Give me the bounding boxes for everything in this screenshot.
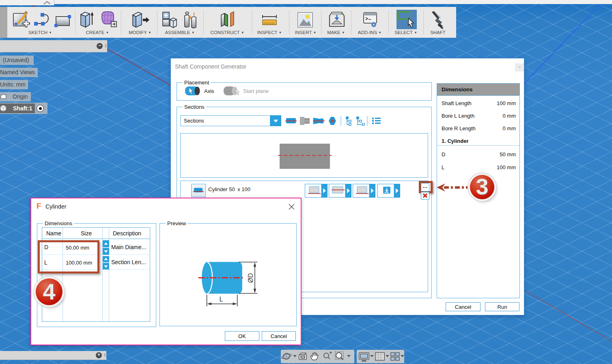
svg-text:Axis: Axis [204,88,214,94]
svg-text:L: L [220,296,223,303]
svg-text:Start plane: Start plane [243,88,269,94]
svg-text:ØD: ØD [247,273,254,283]
